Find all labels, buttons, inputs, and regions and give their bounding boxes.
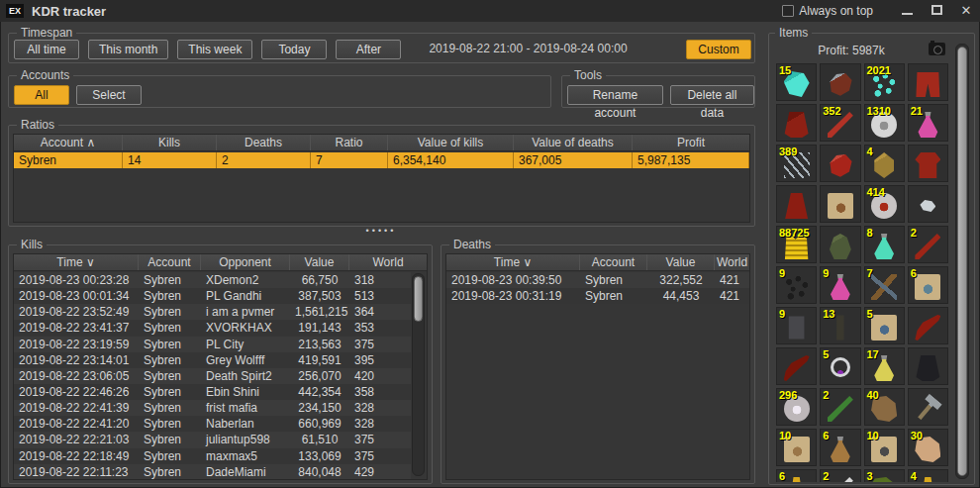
kills-cell: Death Spirt2	[201, 368, 290, 384]
item-cell: 352	[820, 104, 860, 142]
ratios-header-value-of-kills[interactable]: Value of kills	[388, 135, 514, 150]
kills-row[interactable]: 2019-08-22 22:41:39Sybrenfrist mafia234,…	[14, 400, 411, 416]
kills-cell: Sybren	[139, 320, 201, 336]
deaths-table-header: Time ∨AccountValueWorld	[446, 254, 749, 271]
brown-vial-icon	[828, 437, 853, 462]
ratios-header-deaths[interactable]: Deaths	[217, 135, 311, 150]
item-quantity: 1310	[867, 105, 891, 117]
kills-cell: Ebin Shini	[201, 384, 290, 400]
minimize-button[interactable]	[899, 0, 915, 22]
tools-groupbox: Tools Rename accountDelete all data	[561, 75, 755, 108]
ratios-cell: 6,354,140	[388, 152, 514, 168]
kills-header-account[interactable]: Account	[139, 254, 201, 270]
ratios-cell: 7	[311, 152, 388, 168]
item-cell: 2	[908, 226, 948, 263]
kills-cell: 442,354	[290, 384, 349, 400]
deaths-header-time[interactable]: Time ∨	[446, 254, 580, 270]
red-hat-icon	[828, 152, 853, 178]
deaths-header-account[interactable]: Account	[580, 254, 647, 270]
kills-cell: Sybren	[139, 337, 201, 352]
item-quantity: 389	[779, 146, 797, 157]
custom-range-button[interactable]: Custom	[686, 40, 751, 59]
always-on-top-toggle[interactable]: Always on top	[782, 4, 873, 18]
accounts-button-select[interactable]: Select	[76, 85, 142, 105]
ratios-cell: 367,005	[514, 152, 633, 168]
kills-row[interactable]: 2019-08-23 00:01:34SybrenPL Gandhi387,50…	[14, 288, 411, 304]
dark-helm-icon	[828, 234, 853, 259]
kills-header-world[interactable]: World	[349, 254, 427, 270]
deaths-header-value[interactable]: Value	[647, 254, 715, 270]
kills-header-value[interactable]: Value	[290, 254, 349, 270]
items-groupbox: Items Profit: 5987k 15202135213102138944…	[768, 33, 975, 485]
kills-row[interactable]: 2019-08-22 23:19:59SybrenPL City213,5633…	[14, 337, 411, 352]
items-scrollbar[interactable]	[955, 44, 969, 479]
kills-cell: 2019-08-22 22:11:23	[14, 464, 139, 479]
accounts-button-all[interactable]: All	[14, 85, 69, 105]
splitter-handle[interactable]: •••••	[351, 225, 411, 237]
item-quantity: 8	[867, 227, 873, 239]
item-quantity: 3	[867, 470, 873, 482]
camera-icon[interactable]	[929, 43, 945, 55]
gold-item-icon	[784, 477, 810, 482]
item-cell: 7	[864, 266, 905, 304]
timespan-button-all-time[interactable]: All time	[14, 40, 79, 59]
red-skirt-icon	[784, 193, 810, 219]
timespan-button-today[interactable]: Today	[261, 40, 327, 59]
deaths-row[interactable]: 2019-08-23 00:39:50Sybren322,552421	[446, 272, 749, 288]
timespan-button-this-week[interactable]: This week	[177, 40, 252, 59]
item-quantity: 2	[823, 470, 829, 482]
kills-cell: Sybren	[139, 400, 201, 416]
item-cell	[820, 185, 860, 223]
amulet-icon	[831, 357, 850, 377]
item-cell: 6	[776, 469, 817, 482]
maximize-button[interactable]	[929, 0, 944, 22]
kills-row[interactable]: 2019-08-23 00:23:28SybrenXDemon266,75031…	[14, 272, 411, 288]
ratios-header-value-of-deaths[interactable]: Value of deaths	[514, 135, 633, 150]
kills-table-header: Time ∨AccountOpponentValueWorld	[14, 254, 427, 271]
tools-button-rename-account[interactable]: Rename account	[567, 85, 663, 105]
tools-button-delete-all-data[interactable]: Delete all data	[670, 85, 754, 105]
kills-row[interactable]: 2019-08-22 23:14:01SybrenGrey Wolfff419,…	[14, 352, 411, 368]
timespan-button-after[interactable]: After	[336, 40, 401, 59]
kills-cell: 66,750	[290, 272, 349, 288]
item-cell: 6	[820, 429, 860, 466]
kills-row[interactable]: 2019-08-22 22:18:49Sybrenmaxmax5133,0693…	[14, 448, 411, 464]
kills-header-opponent[interactable]: Opponent	[201, 254, 290, 270]
kills-row[interactable]: 2019-08-22 23:52:49Sybreni am a pvmer1,5…	[14, 304, 411, 320]
ratios-header-kills[interactable]: Kills	[123, 135, 217, 150]
ratios-header-profit[interactable]: Profit	[633, 135, 749, 150]
items-scrollbar-thumb[interactable]	[957, 47, 967, 476]
kills-row[interactable]: 2019-08-22 22:46:26SybrenEbin Shini442,3…	[14, 384, 411, 400]
kills-scrollbar-thumb[interactable]	[414, 276, 423, 322]
deaths-row[interactable]: 2019-08-23 00:31:19Sybren44,453421	[446, 288, 749, 304]
kills-cell: Grey Wolfff	[201, 352, 290, 368]
hammer-icon	[910, 391, 946, 426]
kills-row[interactable]: 2019-08-22 23:06:05SybrenDeath Spirt2256…	[14, 368, 411, 384]
item-quantity: 5	[823, 348, 829, 360]
item-quantity: 15	[779, 64, 791, 76]
kills-row[interactable]: 2019-08-22 22:41:20SybrenNaberlan660,969…	[14, 416, 411, 432]
kills-row[interactable]: 2019-08-22 23:41:37SybrenXVORKHAX191,143…	[14, 320, 411, 336]
kills-row[interactable]: 2019-08-22 22:21:03Sybrenjuliantup59861,…	[14, 432, 411, 447]
ratios-table-header: Account ∧KillsDeathsRatioValue of killsV…	[14, 135, 749, 151]
deaths-cell: 322,552	[647, 272, 715, 288]
kills-row[interactable]: 2019-08-22 22:11:23SybrenDadeMiami840,04…	[14, 464, 411, 479]
timespan-button-this-month[interactable]: This month	[88, 40, 168, 59]
deaths-cell: Sybren	[580, 272, 647, 288]
always-on-top-label: Always on top	[799, 4, 873, 18]
kills-header-time[interactable]: Time ∨	[14, 254, 139, 270]
kills-scrollbar[interactable]	[412, 273, 425, 476]
ratios-header-account[interactable]: Account ∧	[14, 135, 123, 150]
minimize-icon	[902, 13, 913, 15]
ratios-header-ratio[interactable]: Ratio	[311, 135, 388, 150]
kills-cell: Sybren	[139, 432, 201, 447]
tools-buttons: Rename accountDelete all data	[567, 85, 754, 105]
ratios-row[interactable]: Sybren14276,354,140367,0055,987,135	[14, 152, 749, 168]
kills-cell: 419,591	[290, 352, 349, 368]
close-button[interactable]: ✕	[958, 0, 974, 22]
kills-cell: i am a pvmer	[201, 304, 290, 320]
deaths-table: Time ∨AccountValueWorld 2019-08-23 00:39…	[445, 253, 750, 480]
deaths-header-world[interactable]: World	[715, 254, 749, 270]
black-cape-icon	[915, 355, 940, 381]
always-on-top-checkbox[interactable]	[782, 5, 794, 17]
